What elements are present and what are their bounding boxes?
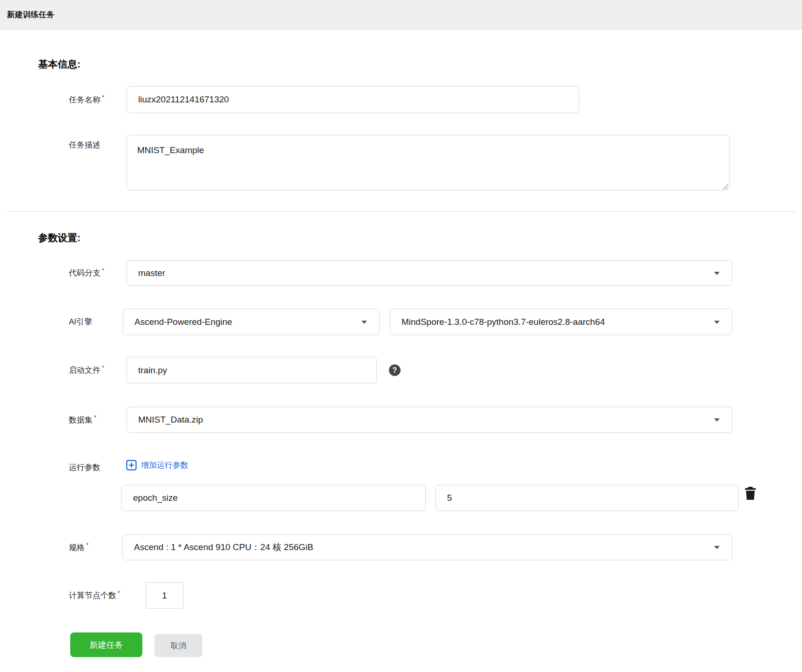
- section-basic-info-heading: 基本信息:: [38, 58, 80, 71]
- node-count-label: 计算节点个数*: [69, 590, 120, 601]
- new-training-task-page: 新建训练任务 基本信息: 任务名称* 任务描述 MNIST_Example 参数…: [0, 0, 802, 672]
- caret-down-icon: [714, 321, 720, 324]
- submit-button[interactable]: 新建任务: [70, 632, 142, 657]
- run-param-key-input[interactable]: [121, 485, 426, 511]
- add-run-param-label: 增加运行参数: [141, 460, 188, 470]
- required-asterisk: *: [102, 94, 104, 101]
- ai-engine-version-value: MindSpore-1.3.0-c78-python3.7-euleros2.8…: [401, 317, 605, 327]
- spec-value: Ascend : 1 * Ascend 910 CPU：24 核 256GiB: [134, 541, 314, 553]
- required-asterisk: *: [102, 364, 104, 371]
- dataset-value: MNIST_Data.zip: [138, 415, 203, 425]
- task-desc-label: 任务描述: [69, 140, 100, 150]
- page-title: 新建训练任务: [7, 9, 54, 20]
- ai-engine-value: Ascend-Powered-Engine: [134, 317, 232, 327]
- caret-down-icon: [714, 272, 720, 275]
- spec-label: 规格*: [69, 542, 88, 553]
- add-run-param-link[interactable]: 增加运行参数: [126, 460, 188, 470]
- plus-square-icon: [126, 460, 137, 470]
- required-asterisk: *: [102, 267, 104, 274]
- ai-engine-label: AI引擎: [69, 316, 92, 327]
- code-branch-select[interactable]: master: [127, 260, 732, 286]
- caret-down-icon: [714, 418, 720, 422]
- spec-select[interactable]: Ascend : 1 * Ascend 910 CPU：24 核 256GiB: [122, 534, 732, 560]
- section-divider: [7, 211, 795, 212]
- caret-down-icon: [361, 321, 367, 324]
- node-count-input[interactable]: [146, 582, 183, 609]
- task-desc-textarea[interactable]: MNIST_Example: [127, 135, 730, 190]
- dataset-label: 数据集*: [69, 415, 96, 425]
- ai-engine-select[interactable]: Ascend-Powered-Engine: [123, 309, 380, 335]
- task-name-input[interactable]: [127, 86, 579, 113]
- task-name-label: 任务名称*: [69, 94, 104, 105]
- ai-engine-version-select[interactable]: MindSpore-1.3.0-c78-python3.7-euleros2.8…: [390, 309, 732, 335]
- section-params-heading: 参数设置:: [38, 231, 80, 244]
- question-circle-icon[interactable]: ?: [389, 364, 401, 376]
- cancel-button[interactable]: 取消: [154, 634, 202, 657]
- delete-run-param-button[interactable]: [745, 487, 756, 500]
- required-asterisk: *: [94, 414, 96, 421]
- trash-icon: [745, 494, 756, 501]
- boot-file-input[interactable]: [127, 357, 377, 383]
- code-branch-value: master: [138, 268, 165, 278]
- run-params-label: 运行参数: [69, 462, 100, 473]
- boot-file-label: 启动文件*: [69, 365, 104, 376]
- code-branch-label: 代码分支*: [69, 268, 104, 278]
- run-param-value-input[interactable]: [435, 485, 739, 511]
- page-header: 新建训练任务: [0, 0, 802, 29]
- caret-down-icon: [714, 546, 720, 549]
- required-asterisk: *: [118, 589, 120, 597]
- required-asterisk: *: [86, 541, 88, 549]
- dataset-select[interactable]: MNIST_Data.zip: [127, 407, 732, 433]
